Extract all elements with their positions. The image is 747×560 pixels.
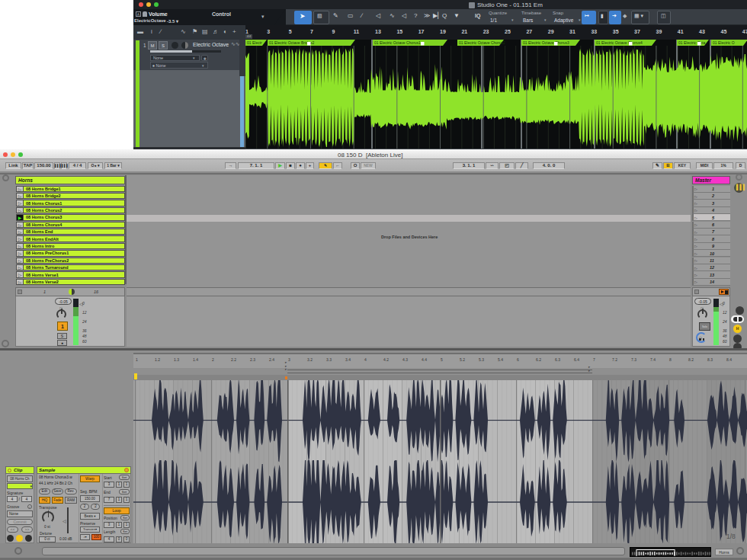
svg-text:01 Electr: 01 Electr <box>247 40 262 45</box>
svg-text:01 Electric Octave Chorus3: 01 Electric Octave Chorus3 <box>523 40 569 45</box>
svg-text:01 Electric Octave Chorus4: 01 Electric Octave Chorus4 <box>596 40 643 45</box>
svg-text:01 Electric Octave Chorus2: 01 Electric Octave Chorus2 <box>459 40 505 45</box>
svg-text:01 Electric O: 01 Electric O <box>713 40 735 45</box>
svg-text:01 Electric Octa: 01 Electric Octa <box>678 40 706 45</box>
svg-text:01 Electric Octave Chorus1: 01 Electric Octave Chorus1 <box>374 40 421 45</box>
